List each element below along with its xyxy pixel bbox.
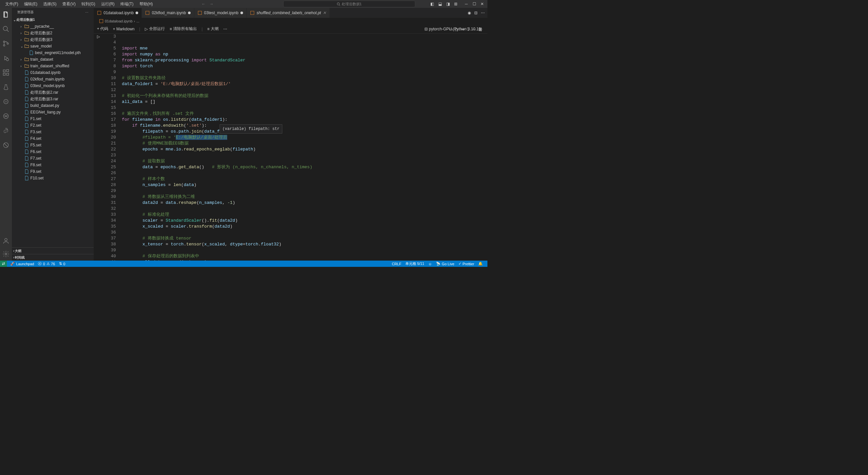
sidebar-right-icon[interactable]: ◨ xyxy=(444,0,452,8)
folder-item[interactable]: ⌄save_model xyxy=(12,43,94,50)
minimap[interactable] xyxy=(474,34,488,261)
file-item[interactable]: F7.set xyxy=(12,155,94,161)
menu-item[interactable]: 帮助(H) xyxy=(137,1,156,8)
folder-item[interactable]: ›train_dataset_shuffled xyxy=(12,63,94,69)
workspace-header[interactable]: ⌄ 处理后数据1 xyxy=(12,17,94,23)
cell-runline-icon[interactable]: ↦ xyxy=(461,27,464,32)
block-icon[interactable] xyxy=(2,141,10,149)
file-item[interactable]: F8.set xyxy=(12,161,94,168)
maximize-icon[interactable]: ☐ xyxy=(470,0,478,8)
remote-button[interactable]: ⇄ xyxy=(0,261,7,267)
menu-item[interactable]: 运行(R) xyxy=(99,1,117,8)
forward-arrow-icon[interactable]: → xyxy=(209,2,213,6)
file-item[interactable]: 处理后数据2.rar xyxy=(12,89,94,96)
file-item[interactable]: F9.set xyxy=(12,168,94,175)
collapsed-section[interactable]: ›大纲 xyxy=(12,247,94,254)
python-icon[interactable] xyxy=(2,127,10,135)
add-code-button[interactable]: + 代码 xyxy=(97,26,108,32)
launchpad-button[interactable]: 🚀Launchpad xyxy=(8,262,36,266)
search-activity-icon[interactable] xyxy=(2,25,10,33)
breadcrumb-item[interactable]: ... xyxy=(136,19,139,23)
extensions-icon[interactable] xyxy=(2,69,10,77)
outline-button[interactable]: ≡大纲 xyxy=(207,26,219,32)
file-item[interactable]: EEGNet_liang.py xyxy=(12,109,94,115)
cell-delete-icon[interactable]: 🗑 xyxy=(478,27,482,32)
folder-item[interactable]: ›train_dataset xyxy=(12,56,94,63)
ports-button[interactable]: ⇅0 xyxy=(57,262,67,266)
menu-item[interactable]: 转到(G) xyxy=(79,1,98,8)
breadcrumb[interactable]: 01dataload.ipynb › ... xyxy=(94,18,488,24)
cell-python-icon[interactable]: ▭ xyxy=(449,27,453,32)
chevron-right-icon: › xyxy=(21,38,24,41)
add-markdown-button[interactable]: + Markdown xyxy=(113,27,134,31)
customize-layout-icon[interactable]: ⊞ xyxy=(452,0,460,8)
file-item[interactable]: 02kflod_main.ipynb xyxy=(12,76,94,83)
file-item[interactable]: F1.set xyxy=(12,115,94,122)
breadcrumb-item[interactable]: 01dataload.ipynb xyxy=(105,19,132,23)
folder-item[interactable]: ›处理后数据2 xyxy=(12,30,94,36)
file-item[interactable]: build_dataset.py xyxy=(12,102,94,109)
panel-icon[interactable]: ⬓ xyxy=(436,0,444,8)
file-item[interactable]: F5.set xyxy=(12,142,94,148)
folder-item[interactable]: ›处理后数据3 xyxy=(12,36,94,43)
more-icon[interactable]: ⋯ xyxy=(85,10,88,14)
cell-indicator[interactable]: 单元格 5/11 xyxy=(403,261,426,266)
bell-icon[interactable]: 🔔 xyxy=(476,261,485,266)
cell-more-icon[interactable]: ⋯ xyxy=(472,27,475,32)
file-item[interactable]: F4.set xyxy=(12,135,94,142)
back-arrow-icon[interactable]: ← xyxy=(202,2,206,6)
golive-button[interactable]: 📡Go Live xyxy=(434,261,457,266)
file-item[interactable]: best_eegnet411model.pth xyxy=(12,50,94,56)
prettier-button[interactable]: ✓Prettier xyxy=(457,261,476,266)
problems-button[interactable]: ⓧ0⚠76 xyxy=(36,261,57,266)
minimize-icon[interactable]: ─ xyxy=(462,0,470,8)
cell-run-icon[interactable]: ▷ xyxy=(456,27,458,32)
tab[interactable]: shuffled_combined_labels_onehot.pt✕ xyxy=(247,8,330,18)
file-item[interactable]: F6.set xyxy=(12,148,94,155)
settings-icon[interactable] xyxy=(2,250,10,258)
run-cell-icon[interactable]: ▷ xyxy=(97,34,100,261)
close-icon[interactable]: ✕ xyxy=(478,0,486,8)
clear-output-button[interactable]: ≡清除所有输出 xyxy=(169,26,197,32)
more-tab-icon[interactable]: ⋯ xyxy=(481,10,485,15)
cell-split-icon[interactable]: ⤵ xyxy=(467,27,469,32)
ai-icon[interactable] xyxy=(2,98,10,106)
file-item[interactable]: 处理后数据3.rar xyxy=(12,96,94,102)
source-control-icon[interactable] xyxy=(2,39,10,48)
account-icon[interactable] xyxy=(2,237,10,245)
eol-indicator[interactable]: CRLF xyxy=(390,261,403,266)
dirty-dot-icon[interactable] xyxy=(135,11,138,14)
file-item[interactable]: F3.set xyxy=(12,129,94,135)
layout-icon[interactable]: ◧ xyxy=(428,0,436,8)
file-item[interactable]: 01dataload.ipynb xyxy=(12,69,94,76)
menu-item[interactable]: 选择(S) xyxy=(40,1,59,8)
file-item[interactable]: F10.set xyxy=(12,175,94,181)
tab[interactable]: 02kflod_main.ipynb xyxy=(142,8,194,18)
global-search[interactable]: 处理后数据1 xyxy=(283,1,415,7)
code-content[interactable]: import mneimport numpy as npfrom sklearn… xyxy=(122,34,474,261)
menu-item[interactable]: 文件(F) xyxy=(3,1,21,8)
svg-rect-9 xyxy=(3,73,5,75)
split-icon[interactable]: ⊟ xyxy=(474,10,477,15)
debug-icon[interactable] xyxy=(2,54,10,62)
explorer-icon[interactable] xyxy=(2,10,10,19)
run-all-button[interactable]: ▷全部运行 xyxy=(145,26,165,32)
menu-item[interactable]: 终端(T) xyxy=(118,1,136,8)
jupyter-icon[interactable] xyxy=(2,112,10,120)
code-editor[interactable]: 3456789101112131415161718192021222324252… xyxy=(105,34,488,261)
file-item[interactable]: 03test_model.ipynb xyxy=(12,83,94,89)
dirty-dot-icon[interactable] xyxy=(188,11,191,14)
test-icon[interactable] xyxy=(2,83,10,91)
feedback-icon[interactable]: ☺ xyxy=(426,261,434,266)
toolbar-more-icon[interactable]: ⋯ xyxy=(223,27,227,31)
folder-item[interactable]: ›__pycache__ xyxy=(12,23,94,30)
tab[interactable]: 01dataload.ipynb xyxy=(94,8,142,18)
gauge-icon[interactable]: ◉ xyxy=(468,10,471,15)
tab[interactable]: 03test_model.ipynb xyxy=(194,8,247,18)
dirty-dot-icon[interactable] xyxy=(240,11,243,14)
file-item[interactable]: F2.set xyxy=(12,122,94,129)
close-tab-icon[interactable]: ✕ xyxy=(323,10,326,15)
menu-item[interactable]: 编辑(E) xyxy=(22,1,40,8)
collapsed-section[interactable]: ›时间线 xyxy=(12,254,94,261)
menu-item[interactable]: 查看(V) xyxy=(60,1,78,8)
